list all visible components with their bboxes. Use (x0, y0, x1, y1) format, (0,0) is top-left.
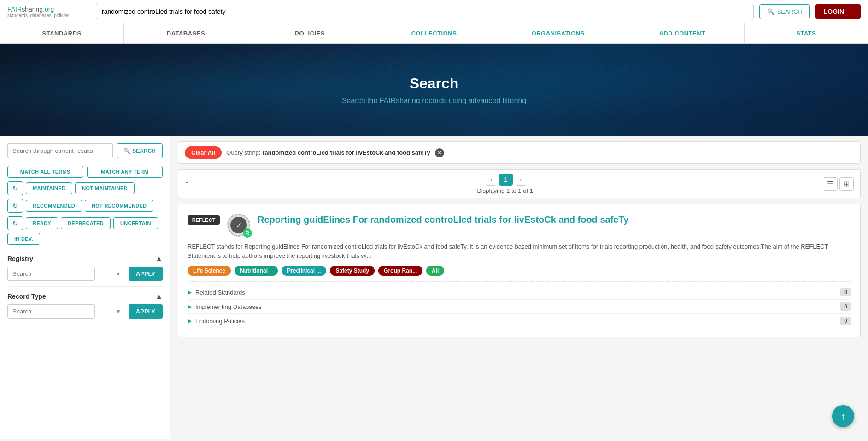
nav-item-organisations[interactable]: ORGANISATIONS (496, 23, 620, 43)
main-layout: 🔍 SEARCH MATCH ALL TERMS MATCH ANY TERM … (0, 136, 868, 439)
registry-search-input[interactable] (7, 267, 95, 281)
nav-item-databases[interactable]: DATABASES (124, 23, 248, 43)
match-any-button[interactable]: MATCH ANY TERM (87, 166, 163, 178)
result-title-area: Reporting guidElines For randomized cont… (258, 214, 851, 226)
hero-title: Search (410, 75, 459, 92)
related-arrow-icon-3: ▶ (188, 318, 192, 324)
query-label: Query string: (226, 149, 260, 156)
page-nav: ‹ 1 › (486, 174, 526, 186)
record-type-dropdown-icon: ▼ (116, 308, 121, 315)
page-display: Displaying 1 to 1 of 1. (477, 187, 534, 194)
nav-item-collections[interactable]: COLLECTIONS (372, 23, 496, 43)
login-button[interactable]: LOGIN → (815, 4, 861, 19)
logo-fair: FAIR (7, 6, 22, 13)
sort-icon[interactable]: ↕ (185, 179, 189, 189)
registry-select-wrapper: ▼ (7, 267, 125, 281)
tag-safety-study[interactable]: Safety Study (330, 266, 375, 276)
main-nav: STANDARDS DATABASES POLICIES COLLECTIONS… (0, 23, 868, 44)
record-type-chevron-icon: ▲ (155, 292, 163, 301)
registry-section-content: ▼ APPLY (7, 267, 163, 281)
logo-text: FAIRsharing.org (7, 6, 90, 13)
view-buttons: ☰ ⊞ (823, 177, 854, 191)
registry-label: Registry (7, 255, 33, 262)
status-filter-row-3: ↻ READY DEPRECATED UNCERTAIN IN DEV. (7, 216, 163, 245)
filter-maintained[interactable]: MAINTAINED (26, 182, 72, 194)
tag-life-science[interactable]: Life Science (188, 266, 231, 276)
query-bar: Clear All Query string: randomized contr… (178, 141, 861, 164)
record-type-apply-button[interactable]: APPLY (129, 304, 163, 319)
related-section: ▶ Related Standards 0 ▶ Implementing Dat… (188, 281, 851, 328)
reflect-badge-area: REFLECT (188, 214, 220, 225)
related-standards-row[interactable]: ▶ Related Standards 0 (188, 285, 851, 300)
sidebar-search-input[interactable] (7, 143, 113, 158)
registry-chevron-icon: ▲ (155, 255, 163, 263)
main-search-button[interactable]: 🔍 SEARCH (759, 4, 810, 19)
nav-item-stats[interactable]: STATS (745, 23, 868, 43)
filter-not-maintained[interactable]: NOT MAINTAINED (75, 182, 135, 194)
list-view-button[interactable]: ☰ (823, 177, 838, 191)
related-policies-row[interactable]: ▶ Endorsing Policies 0 (188, 314, 851, 328)
sidebar: 🔍 SEARCH MATCH ALL TERMS MATCH ANY TERM … (0, 136, 170, 439)
related-arrow-icon-2: ▶ (188, 303, 192, 310)
grid-view-button[interactable]: ⊞ (839, 177, 854, 191)
sidebar-search-button[interactable]: 🔍 SEARCH (117, 143, 163, 158)
filter-recommended[interactable]: RECOMMENDED (26, 200, 82, 212)
record-type-section-content: ▼ APPLY (7, 304, 163, 319)
record-type-search-input[interactable] (7, 304, 95, 319)
scroll-up-button[interactable]: ↑ (832, 405, 854, 427)
tag-preclinical[interactable]: Preclinical ... (282, 266, 326, 276)
filter-in-dev[interactable]: IN DEV. (7, 233, 40, 245)
registry-apply-button[interactable]: APPLY (129, 267, 163, 281)
tag-nutritional[interactable]: Nutritional _ (235, 266, 278, 276)
search-icon: 🔍 (123, 148, 130, 154)
logo-org: .org (43, 6, 54, 13)
pagination-bar: ↕ ‹ 1 › Displaying 1 to 1 of 1. ☰ ⊞ (178, 169, 861, 198)
related-databases-label: Implementing Databases (195, 303, 840, 310)
nav-item-policies[interactable]: POLICIES (248, 23, 372, 43)
logo: FAIRsharing.org standards, databases, po… (7, 6, 90, 18)
record-type-section-header[interactable]: Record Type ▲ (7, 286, 163, 304)
match-all-button[interactable]: MATCH ALL TERMS (7, 166, 83, 178)
pagination-center: ‹ 1 › Displaying 1 to 1 of 1. (477, 174, 534, 194)
pagination-left: ↕ (185, 179, 189, 189)
hero-subtitle: Search the FAIRsharing records using adv… (342, 97, 526, 105)
refresh-status-icon[interactable]: ↻ (7, 216, 23, 230)
refresh-recommended-icon[interactable]: ↻ (7, 199, 23, 213)
nav-item-add-content[interactable]: ADD CONTENT (620, 23, 744, 43)
sidebar-search-row: 🔍 SEARCH (7, 143, 163, 158)
query-close-button[interactable]: ✕ (435, 148, 444, 157)
status-filter-row-1: ↻ MAINTAINED NOT MAINTAINED (7, 181, 163, 195)
search-btn-label: SEARCH (777, 8, 802, 15)
related-policies-count: 0 (840, 317, 851, 325)
search-icon: 🔍 (767, 8, 774, 15)
record-type-label: Record Type (7, 293, 46, 300)
next-page-button[interactable]: › (516, 174, 526, 186)
header: FAIRsharing.org standards, databases, po… (0, 0, 868, 23)
clear-all-button[interactable]: Clear All (185, 146, 222, 159)
record-type-select-wrapper: ▼ (7, 304, 125, 319)
match-filter-row: MATCH ALL TERMS MATCH ANY TERM (7, 166, 163, 178)
related-arrow-icon: ▶ (188, 289, 192, 296)
logo-subtitle: standards, databases, policies (7, 13, 90, 18)
filter-not-recommended[interactable]: NOT RECOMMENDED (85, 200, 153, 212)
related-databases-row[interactable]: ▶ Implementing Databases 0 (188, 300, 851, 314)
result-title-link[interactable]: Reporting guidElines For randomized cont… (258, 215, 628, 225)
content-area: Clear All Query string: randomized contr… (170, 136, 868, 439)
avatar-badge: R (243, 228, 252, 238)
main-search-input[interactable] (96, 4, 754, 19)
related-standards-count: 0 (840, 288, 851, 296)
related-policies-label: Endorsing Policies (195, 318, 840, 325)
filter-uncertain[interactable]: UNCERTAIN (113, 217, 158, 229)
filter-ready[interactable]: READY (26, 217, 58, 229)
page-1-button[interactable]: 1 (499, 174, 513, 186)
reflect-badge: REFLECT (188, 215, 220, 225)
filter-deprecated[interactable]: DEPRECATED (61, 217, 111, 229)
tag-group-ran[interactable]: Group Ran... (378, 266, 422, 276)
query-value: randomized controLled trials for livEsto… (262, 149, 430, 156)
sidebar-search-label: SEARCH (132, 148, 156, 154)
registry-section-header[interactable]: Registry ▲ (7, 249, 163, 267)
prev-page-button[interactable]: ‹ (486, 174, 496, 186)
refresh-maintained-icon[interactable]: ↻ (7, 181, 23, 195)
nav-item-standards[interactable]: STANDARDS (0, 23, 124, 43)
tag-all[interactable]: All (426, 266, 444, 276)
